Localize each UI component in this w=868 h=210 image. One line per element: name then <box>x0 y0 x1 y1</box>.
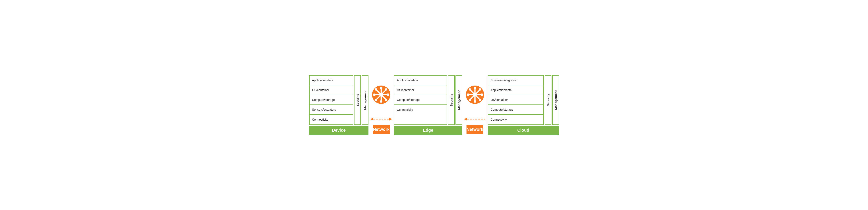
edge-layer-3: Connectivity <box>394 105 446 115</box>
svg-rect-37 <box>479 88 481 90</box>
cloud-section: Business integration Application/data OS… <box>488 75 559 135</box>
network-2-label: Network <box>466 125 483 134</box>
network-2-hub-area <box>465 75 485 114</box>
svg-rect-31 <box>474 87 476 89</box>
edge-security-label: Security <box>448 75 455 125</box>
device-layer-0: Application/data <box>310 76 353 85</box>
svg-rect-32 <box>474 100 476 103</box>
device-management-label: Management <box>362 75 368 125</box>
svg-rect-17 <box>375 99 377 101</box>
cloud-stack: Business integration Application/data OS… <box>488 75 544 125</box>
diagram: Application/data OS/container Compute/st… <box>309 75 559 135</box>
svg-rect-15 <box>385 99 387 101</box>
edge-stack: Application/data OS/container Compute/st… <box>394 75 447 125</box>
svg-marker-19 <box>371 117 373 121</box>
network-2-container: Network <box>462 75 488 135</box>
edge-management-label: Management <box>456 75 462 125</box>
edge-layer-2: Compute/storage <box>394 95 446 105</box>
svg-rect-36 <box>479 99 481 101</box>
arrow-svg-2 <box>462 116 488 122</box>
cloud-management-label: Management <box>552 75 559 125</box>
device-layer-2: Compute/storage <box>310 95 353 105</box>
svg-rect-12 <box>373 94 375 96</box>
device-bottom-label: Device <box>309 126 369 135</box>
svg-rect-11 <box>380 100 382 103</box>
arrow-svg-1 <box>368 116 394 122</box>
cloud-layer-0: Business integration <box>488 76 544 85</box>
edge-layer-0: Application/data <box>394 76 446 85</box>
device-layer-4: Connectivity <box>310 115 353 125</box>
svg-marker-40 <box>464 117 467 121</box>
svg-rect-16 <box>385 88 387 90</box>
svg-marker-20 <box>389 117 392 121</box>
svg-rect-14 <box>375 88 377 90</box>
device-layer-1: OS/container <box>310 85 353 95</box>
cloud-layer-2: OS/container <box>488 95 544 105</box>
svg-rect-13 <box>387 94 389 96</box>
cloud-layer-4: Connectivity <box>488 115 544 125</box>
network-1-hub-area <box>372 75 391 114</box>
device-section: Application/data OS/container Compute/st… <box>309 75 369 135</box>
edge-bottom-label: Edge <box>394 126 462 135</box>
edge-layer-1: OS/container <box>394 85 446 95</box>
svg-rect-33 <box>467 94 469 96</box>
network-1-arrow <box>368 114 394 124</box>
svg-rect-10 <box>380 87 382 89</box>
device-stack: Application/data OS/container Compute/st… <box>309 75 353 125</box>
hub-icon-1 <box>372 85 391 104</box>
svg-rect-35 <box>469 88 471 90</box>
cloud-security-label: Security <box>545 75 551 125</box>
hub-icon-2 <box>465 85 485 104</box>
cloud-bottom-label: Cloud <box>488 126 559 135</box>
device-layer-3: Sensors/actuators <box>310 105 353 115</box>
edge-section: Application/data OS/container Compute/st… <box>394 75 462 135</box>
cloud-layer-3: Compute/storage <box>488 105 544 115</box>
network-1-label: Network <box>373 125 390 134</box>
svg-rect-34 <box>481 94 483 96</box>
network-2-arrow <box>462 114 488 124</box>
cloud-layer-1: Application/data <box>488 85 544 95</box>
network-1-container: Network <box>368 75 394 135</box>
svg-rect-38 <box>469 99 471 101</box>
device-security-label: Security <box>354 75 361 125</box>
